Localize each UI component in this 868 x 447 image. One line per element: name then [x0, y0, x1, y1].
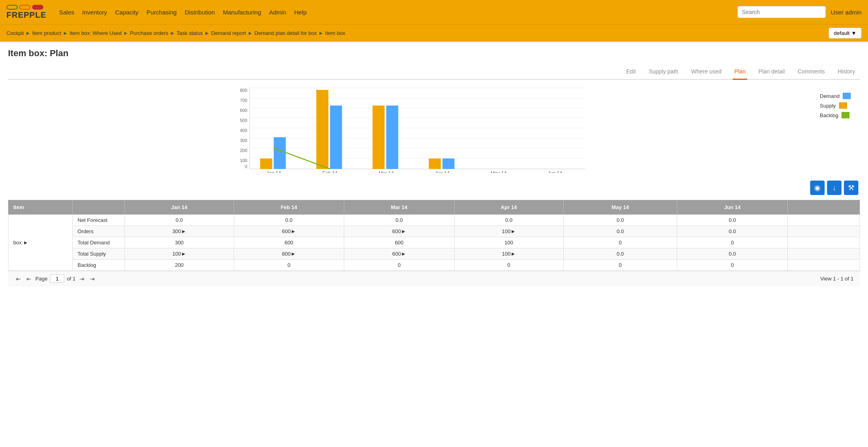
svg-text:0: 0	[245, 164, 247, 169]
search-input[interactable]	[737, 6, 826, 18]
sep-2: ►	[63, 30, 68, 36]
download-button[interactable]: ↓	[827, 181, 841, 195]
data-table: Item Jan 14 Feb 14 Mar 14 Apr 14 May 14 …	[8, 200, 860, 271]
svg-text:100: 100	[240, 158, 247, 163]
default-button[interactable]: default ▼	[829, 28, 862, 39]
col-item: Item	[8, 200, 73, 215]
nav-manufacturing[interactable]: Manufacturing	[223, 9, 261, 16]
tab-edit[interactable]: Edit	[625, 65, 637, 80]
breadcrumb-demand-report[interactable]: Demand report	[211, 30, 246, 36]
first-page-button[interactable]: ⇤	[14, 275, 22, 283]
breadcrumb-cockpit[interactable]: Cockpit	[6, 30, 24, 36]
tab-supply-path[interactable]: Supply path	[647, 65, 680, 80]
cell-td-extra	[788, 237, 860, 248]
tab-comments[interactable]: Comments	[796, 65, 827, 80]
bar-jan-demand	[274, 137, 286, 169]
tab-plan[interactable]: Plan	[733, 65, 747, 80]
cell-ord-may: 0.0	[563, 226, 677, 237]
bar-feb-supply	[317, 90, 329, 169]
svg-text:Apr 14: Apr 14	[435, 171, 450, 173]
breadcrumb-demand-plan-detail[interactable]: Demand plan detail for box	[254, 30, 317, 36]
cell-td-jan: 300	[125, 237, 234, 248]
page-input[interactable]	[50, 274, 64, 283]
search-area: User admin	[737, 6, 862, 18]
pagination-controls: ⇤ ⇤ Page of 1 ⇥ ⇥	[14, 274, 96, 283]
nav-admin[interactable]: Admin	[269, 9, 286, 16]
last-page-button[interactable]: ⇥	[88, 275, 96, 283]
svg-text:Mar 14: Mar 14	[379, 171, 394, 173]
svg-text:May 14: May 14	[491, 171, 507, 173]
col-mar: Mar 14	[344, 200, 454, 215]
breadcrumb-purchase-orders[interactable]: Purchase orders	[130, 30, 168, 36]
cell-ts-apr[interactable]: 100►	[454, 248, 563, 260]
tab-where-used[interactable]: Where used	[690, 65, 723, 80]
col-may: May 14	[563, 200, 677, 215]
legend-backlog: Backlog	[820, 112, 860, 118]
nav-help[interactable]: Help	[294, 9, 307, 16]
col-jan: Jan 14	[125, 200, 234, 215]
svg-text:700: 700	[240, 98, 247, 103]
legend-supply-box	[839, 102, 847, 109]
logo: FREPPLE	[6, 5, 46, 20]
table-row: Total Supply 100► 800► 600► 100► 0.0 0.0	[8, 248, 860, 260]
breadcrumb-where-used[interactable]: Item box: Where Used	[69, 30, 121, 36]
cell-bl-extra	[788, 260, 860, 271]
action-buttons: ◉ ↓ ⚒	[8, 181, 860, 195]
cell-ts-jan[interactable]: 100►	[125, 248, 234, 260]
legend-backlog-box	[841, 112, 850, 118]
cell-ord-jan[interactable]: 300►	[125, 226, 234, 237]
table-row: box ► Net Forecast 0.0 0.0 0.0 0.0 0.0 0…	[8, 215, 860, 226]
legend-backlog-label: Backlog	[820, 112, 838, 118]
logo-shape-red	[32, 5, 43, 10]
col-feb: Feb 14	[234, 200, 344, 215]
prev-page-button[interactable]: ⇤	[25, 275, 33, 283]
breadcrumb-bar: Cockpit ► Item product ► Item box: Where…	[0, 24, 868, 42]
cell-ord-extra	[788, 226, 860, 237]
cell-ts-feb[interactable]: 800►	[234, 248, 344, 260]
svg-text:800: 800	[240, 88, 247, 93]
legend-demand: Demand	[820, 93, 860, 99]
of-label: of 1	[67, 276, 76, 282]
svg-text:400: 400	[240, 128, 247, 133]
nav-sales[interactable]: Sales	[59, 9, 74, 16]
bar-apr-demand	[443, 158, 455, 169]
cell-bl-may: 0	[563, 260, 677, 271]
cell-td-jun: 0	[677, 237, 788, 248]
cell-ord-apr[interactable]: 100►	[454, 226, 563, 237]
chart-svg: 800 700 600 500 400 300 200 100 0	[12, 85, 813, 173]
breadcrumb-task-status[interactable]: Task status	[177, 30, 203, 36]
cell-bl-feb: 0	[234, 260, 344, 271]
nav-purchasing[interactable]: Purchasing	[147, 9, 177, 16]
cell-ord-mar[interactable]: 600►	[344, 226, 454, 237]
pagination-bar: ⇤ ⇤ Page of 1 ⇥ ⇥ View 1 - 1 of 1	[8, 271, 860, 286]
sep-7: ►	[319, 30, 324, 36]
view-info: View 1 - 1 of 1	[820, 276, 854, 282]
svg-text:300: 300	[240, 138, 247, 143]
cell-nf-may: 0.0	[563, 215, 677, 226]
breadcrumb-item-product[interactable]: Item product	[32, 30, 61, 36]
user-admin-label[interactable]: User admin	[831, 9, 862, 16]
nav-inventory[interactable]: Inventory	[82, 9, 107, 16]
next-page-button[interactable]: ⇥	[78, 275, 86, 283]
tab-plan-detail[interactable]: Plan detail	[757, 65, 786, 80]
nav-distribution[interactable]: Distribution	[185, 9, 215, 16]
nav-capacity[interactable]: Capacity	[115, 9, 138, 16]
clock-button[interactable]: ◉	[810, 181, 825, 195]
col-extra	[788, 200, 860, 215]
cell-ord-jun: 0.0	[677, 226, 788, 237]
cell-bl-jan: 200	[125, 260, 234, 271]
breadcrumb-item-box[interactable]: Item box	[325, 30, 345, 36]
cell-bl-apr: 0	[454, 260, 563, 271]
dropdown-icon: ▼	[851, 30, 856, 36]
svg-text:200: 200	[240, 148, 247, 153]
col-apr: Apr 14	[454, 200, 563, 215]
bar-apr-supply	[429, 158, 441, 169]
sep-4: ►	[170, 30, 175, 36]
configure-button[interactable]: ⚒	[844, 181, 858, 195]
tab-history[interactable]: History	[836, 65, 857, 80]
cell-ts-may: 0.0	[563, 248, 677, 260]
metric-backlog: Backlog	[73, 260, 125, 271]
cell-ord-feb[interactable]: 600►	[234, 226, 344, 237]
svg-text:600: 600	[240, 108, 247, 113]
cell-ts-mar[interactable]: 600►	[344, 248, 454, 260]
